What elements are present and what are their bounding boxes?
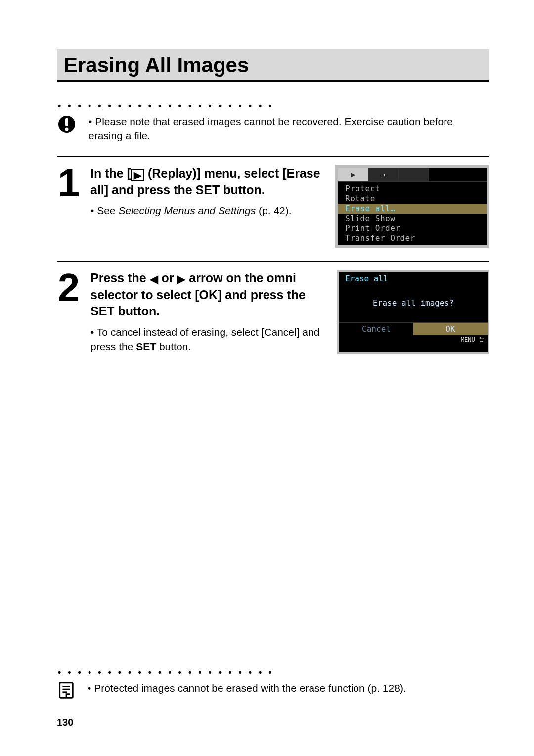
step1-head-pre: In the [ [90, 166, 131, 180]
menu-item-rotate: Rotate [338, 194, 487, 204]
confirm-cancel: Cancel [339, 323, 413, 335]
page-number: 130 [57, 717, 73, 728]
menu-back-hint: MENU ⮌ [339, 335, 488, 343]
footer-note-block: Protected images cannot be erased with t… [57, 681, 490, 702]
confirm-question: Erase all images? [339, 284, 488, 322]
play-icon: ▶ [131, 169, 144, 181]
menu-tab-play: ▶ [338, 168, 368, 181]
menu-item-slide-show: Slide Show [338, 214, 487, 223]
step1-bullet-post: (p. 42). [256, 205, 291, 216]
confirm-dialog-screenshot: Erase all Erase all images? Cancel OK ME… [337, 270, 490, 354]
step2-head-pre: Press the [90, 271, 150, 285]
left-arrow-icon: ◀ [150, 273, 158, 285]
step-2: 2 Press the ◀ or ▶ arrow on the omni sel… [57, 261, 490, 354]
confirm-ok: OK [413, 323, 488, 335]
dot-rule-footer: •••••••••••••••••••••• [57, 667, 490, 678]
dot-rule: •••••••••••••••••••••• [57, 101, 490, 111]
step1-set: SET [196, 183, 220, 197]
menu-item-erase-all: Erase all… [338, 204, 487, 214]
step2-head-post: button. [115, 304, 160, 318]
right-arrow-icon: ▶ [177, 273, 185, 285]
step2-bullet-set: SET [136, 341, 156, 352]
menu-item-print-order: Print Order [338, 223, 487, 233]
menu-item-transfer-order: Transfer Order [338, 233, 487, 243]
step2-set: SET [90, 304, 115, 318]
step2-head-mid1: or [158, 271, 178, 285]
menu-tabs: ▶ ꟷ [338, 168, 487, 182]
step1-bullet-italic: Selecting Menus and Settings [118, 205, 256, 216]
step2-heading: Press the ◀ or ▶ arrow on the omni selec… [90, 270, 325, 320]
svg-rect-1 [65, 118, 68, 126]
step1-head-post: button. [220, 183, 265, 197]
step-number-2: 2 [57, 272, 81, 354]
menu-tab-setup: ꟷ [368, 168, 399, 181]
menu-tab-other [399, 168, 429, 181]
confirm-title: Erase all [339, 272, 488, 284]
exclamation-icon [57, 114, 77, 136]
step-1: 1 In the [▶ (Replay)] menu, select [Eras… [57, 156, 490, 248]
footer-note-text: Protected images cannot be erased with t… [88, 681, 406, 695]
note-icon [57, 681, 76, 702]
step1-heading: In the [▶ (Replay)] menu, select [Erase … [90, 165, 325, 199]
caution-text: Please note that erased images cannot be… [89, 114, 490, 143]
camera-menu-screenshot: ▶ ꟷ Protect Rotate Erase all… Slide Show… [335, 165, 490, 248]
caution-block: Please note that erased images cannot be… [57, 114, 490, 143]
menu-item-protect: Protect [338, 184, 487, 194]
svg-point-2 [65, 128, 69, 131]
step1-bullet-pre: See [90, 205, 118, 216]
section-title-bar: Erasing All Images [57, 49, 490, 82]
step2-bullet-pre: To cancel instead of erasing, select [Ca… [90, 326, 319, 352]
step2-bullet: To cancel instead of erasing, select [Ca… [90, 325, 325, 354]
step-number-1: 1 [57, 167, 81, 248]
section-title: Erasing All Images [64, 53, 483, 77]
step2-bullet-post: button. [156, 341, 191, 352]
step1-bullet: See Selecting Menus and Settings (p. 42)… [90, 203, 325, 218]
